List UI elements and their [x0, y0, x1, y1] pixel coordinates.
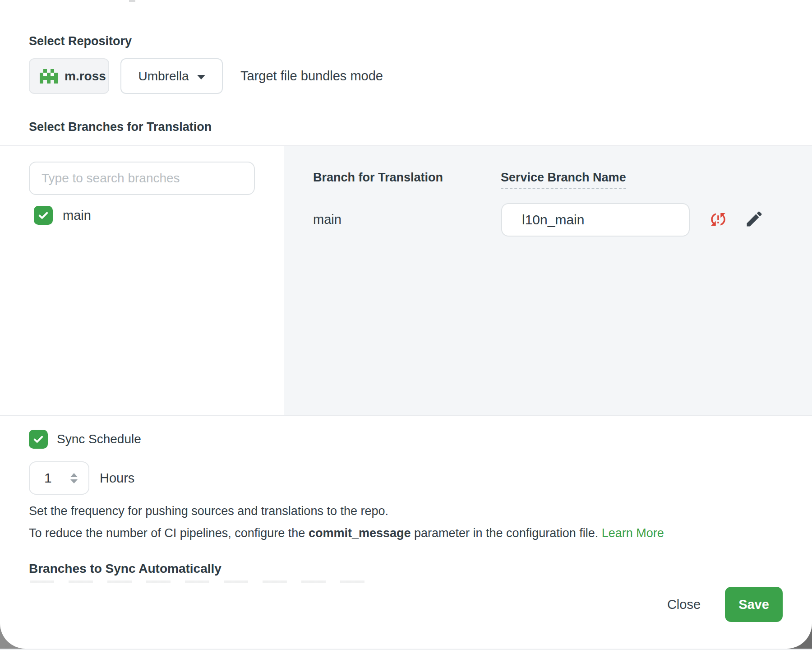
branch-search-input[interactable] — [29, 162, 255, 195]
sync-interval-value: 1 — [44, 470, 52, 486]
checkmark-icon — [32, 433, 45, 446]
branch-checkbox-checked[interactable] — [34, 206, 53, 225]
select-repository-title: Select Repository — [29, 34, 132, 48]
learn-more-link[interactable]: Learn More — [602, 526, 664, 540]
branch-option-main[interactable]: main — [34, 206, 91, 225]
sync-interval-stepper[interactable]: 1 — [29, 461, 89, 495]
project-dropdown-value: Umbrella — [138, 69, 189, 84]
repo-sync-settings-dialog: Select Repository m.ross Umbrella Target… — [0, 0, 812, 649]
commit-message-param: commit_message — [309, 526, 411, 540]
repository-account-name: m.ross — [65, 69, 106, 84]
checkmark-icon — [37, 209, 50, 222]
clipped-content-remnant — [30, 580, 373, 583]
service-branch-name-input[interactable] — [501, 203, 690, 237]
section-divider — [0, 415, 812, 416]
project-dropdown[interactable]: Umbrella — [120, 58, 223, 94]
table-row-branch-name: main — [313, 209, 341, 230]
repository-account-chip[interactable]: m.ross — [29, 58, 109, 94]
ci-help-prefix: To reduce the number of CI pipelines, co… — [29, 526, 309, 540]
sync-schedule-checkbox-checked[interactable] — [29, 430, 48, 449]
branches-to-sync-title: Branches to Sync Automatically — [29, 561, 435, 576]
ci-help-suffix: parameter in the configuration file. — [411, 526, 602, 540]
ci-pipelines-help-text: To reduce the number of CI pipelines, co… — [29, 526, 664, 540]
arrow-up-icon[interactable] — [70, 473, 78, 477]
stepper-arrows-icon[interactable] — [70, 462, 78, 494]
sync-interval-unit-label: Hours — [100, 461, 134, 495]
chevron-down-icon — [197, 75, 205, 79]
sync-problem-icon — [709, 210, 728, 229]
target-mode-label: Target file bundles mode — [240, 58, 383, 94]
column-header-service-branch: Service Branch Name — [501, 171, 626, 189]
select-branches-title: Select Branches for Translation — [29, 120, 212, 134]
frequency-help-text: Set the frequency for pushing sources an… — [29, 504, 388, 518]
close-button[interactable]: Close — [655, 587, 713, 622]
clipped-element-remnant — [129, 0, 135, 2]
repo-avatar-icon — [40, 69, 58, 84]
sync-schedule-toggle[interactable]: Sync Schedule — [29, 430, 141, 449]
screen: Select Repository m.ross Umbrella Target… — [0, 0, 812, 650]
sync-schedule-label: Sync Schedule — [57, 432, 141, 446]
pencil-icon — [744, 209, 764, 229]
edit-service-branch-button[interactable] — [744, 209, 764, 229]
save-button[interactable]: Save — [725, 587, 783, 622]
arrow-down-icon[interactable] — [70, 479, 78, 483]
sync-problem-button[interactable] — [708, 209, 728, 229]
branch-option-label: main — [63, 208, 91, 223]
column-header-branch: Branch for Translation — [313, 171, 443, 185]
